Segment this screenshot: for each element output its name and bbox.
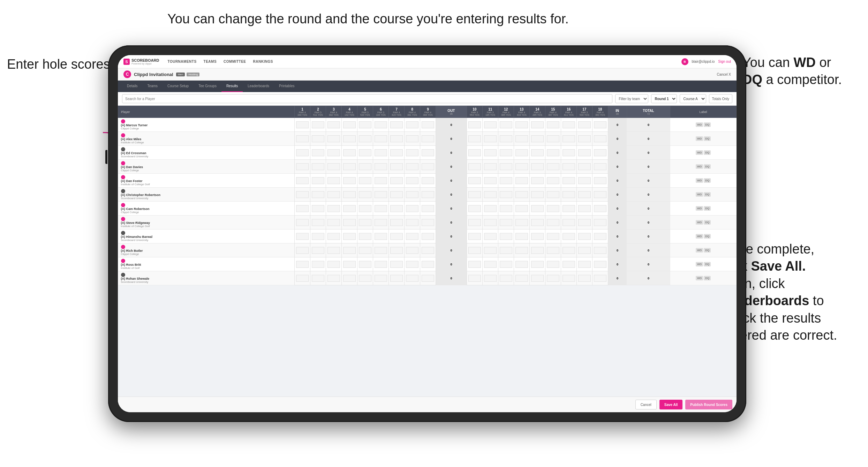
hole-12-input[interactable] [500, 205, 512, 212]
tab-details[interactable]: Details [122, 81, 143, 92]
hole-11-input[interactable] [484, 233, 497, 240]
hole-15-input[interactable] [547, 121, 559, 128]
hole-1-input[interactable] [296, 177, 309, 184]
tab-leaderboards[interactable]: Leaderboards [243, 81, 274, 92]
hole-9-input[interactable] [422, 275, 434, 282]
hole-17-input[interactable] [578, 205, 591, 212]
hole-13-input[interactable] [515, 121, 528, 128]
hole-18-input[interactable] [594, 135, 606, 142]
dq-button[interactable]: DQ [704, 192, 711, 197]
hole-15-input[interactable] [547, 135, 559, 142]
wd-button[interactable]: WD [696, 276, 703, 280]
hole-17-input[interactable] [578, 275, 591, 282]
hole-7-input[interactable] [390, 163, 403, 170]
hole-3-input[interactable] [327, 247, 340, 254]
hole-18-input[interactable] [594, 121, 606, 128]
hole-2-input[interactable] [312, 177, 324, 184]
search-input[interactable] [122, 94, 612, 103]
hole-15-input[interactable] [547, 261, 559, 268]
hole-6-input[interactable] [375, 191, 387, 198]
dq-button[interactable]: DQ [704, 136, 711, 141]
hole-2-input[interactable] [312, 163, 324, 170]
dq-button[interactable]: DQ [704, 164, 711, 169]
hole-3-input[interactable] [327, 261, 340, 268]
hole-4-input[interactable] [343, 191, 356, 198]
hole-7-input[interactable] [390, 121, 403, 128]
hole-1-input[interactable] [296, 219, 309, 226]
hole-18-input[interactable] [594, 219, 606, 226]
hole-8-input[interactable] [406, 135, 418, 142]
hole-4-input[interactable] [343, 135, 356, 142]
hole-15-input[interactable] [547, 191, 559, 198]
hole-14-input[interactable] [531, 177, 544, 184]
hole-9-input[interactable] [422, 191, 434, 198]
hole-16-input[interactable] [563, 233, 575, 240]
tab-tee-groups[interactable]: Tee Groups [194, 81, 221, 92]
hole-6-input[interactable] [375, 261, 387, 268]
hole-11-input[interactable] [484, 247, 497, 254]
hole-8-input[interactable] [406, 191, 418, 198]
hole-13-input[interactable] [515, 205, 528, 212]
hole-8-input[interactable] [406, 233, 418, 240]
hole-18-input[interactable] [594, 191, 606, 198]
dq-button[interactable]: DQ [704, 206, 711, 211]
hole-3-input[interactable] [327, 233, 340, 240]
hole-16-input[interactable] [563, 219, 575, 226]
hole-1-input[interactable] [296, 135, 309, 142]
hole-7-input[interactable] [390, 247, 403, 254]
hole-2-input[interactable] [312, 149, 324, 156]
hole-14-input[interactable] [531, 163, 544, 170]
hole-4-input[interactable] [343, 219, 356, 226]
hole-7-input[interactable] [390, 219, 403, 226]
hole-5-input[interactable] [359, 219, 371, 226]
hole-15-input[interactable] [547, 275, 559, 282]
hole-15-input[interactable] [547, 247, 559, 254]
hole-13-input[interactable] [515, 163, 528, 170]
hole-7-input[interactable] [390, 149, 403, 156]
hole-5-input[interactable] [359, 261, 371, 268]
hole-1-input[interactable] [296, 121, 309, 128]
hole-17-input[interactable] [578, 177, 591, 184]
hole-18-input[interactable] [594, 149, 606, 156]
hole-12-input[interactable] [500, 219, 512, 226]
hole-7-input[interactable] [390, 275, 403, 282]
hole-6-input[interactable] [375, 205, 387, 212]
hole-13-input[interactable] [515, 261, 528, 268]
hole-10-input[interactable] [468, 219, 481, 226]
hole-4-input[interactable] [343, 247, 356, 254]
course-select[interactable]: Course A [680, 94, 706, 103]
hole-10-input[interactable] [468, 121, 481, 128]
tab-printables[interactable]: Printables [274, 81, 299, 92]
hole-18-input[interactable] [594, 233, 606, 240]
hole-6-input[interactable] [375, 149, 387, 156]
hole-13-input[interactable] [515, 135, 528, 142]
hole-12-input[interactable] [500, 163, 512, 170]
wd-button[interactable]: WD [696, 248, 703, 253]
hole-3-input[interactable] [327, 121, 340, 128]
hole-7-input[interactable] [390, 191, 403, 198]
publish-round-scores-button[interactable]: Publish Round Scores [685, 400, 732, 409]
wd-button[interactable]: WD [696, 220, 703, 225]
hole-11-input[interactable] [484, 205, 497, 212]
hole-15-input[interactable] [547, 233, 559, 240]
hole-14-input[interactable] [531, 135, 544, 142]
hole-12-input[interactable] [500, 121, 512, 128]
dq-button[interactable]: DQ [704, 178, 711, 183]
hole-7-input[interactable] [390, 135, 403, 142]
hole-11-input[interactable] [484, 163, 497, 170]
hole-4-input[interactable] [343, 177, 356, 184]
hole-6-input[interactable] [375, 233, 387, 240]
nav-rankings[interactable]: RANKINGS [253, 60, 273, 63]
hole-2-input[interactable] [312, 121, 324, 128]
hole-12-input[interactable] [500, 247, 512, 254]
hole-7-input[interactable] [390, 205, 403, 212]
hole-17-input[interactable] [578, 135, 591, 142]
hole-17-input[interactable] [578, 247, 591, 254]
hole-15-input[interactable] [547, 163, 559, 170]
tab-teams[interactable]: Teams [143, 81, 163, 92]
dq-button[interactable]: DQ [704, 262, 711, 266]
hole-14-input[interactable] [531, 247, 544, 254]
hole-12-input[interactable] [500, 261, 512, 268]
hole-4-input[interactable] [343, 163, 356, 170]
hole-7-input[interactable] [390, 233, 403, 240]
